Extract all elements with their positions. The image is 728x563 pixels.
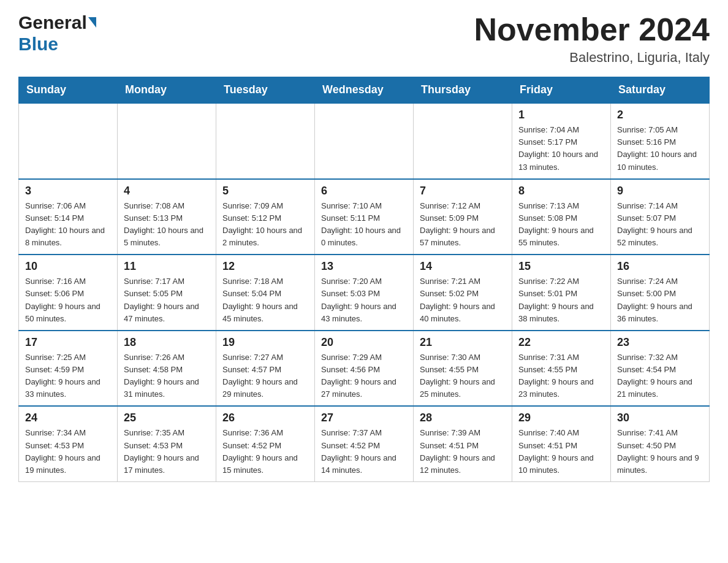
calendar-cell: 27Sunrise: 7:37 AMSunset: 4:52 PMDayligh… xyxy=(315,406,414,481)
calendar-cell: 30Sunrise: 7:41 AMSunset: 4:50 PMDayligh… xyxy=(611,406,710,481)
calendar-cell: 3Sunrise: 7:06 AMSunset: 5:14 PMDaylight… xyxy=(19,179,118,255)
logo-blue: Blue xyxy=(18,34,58,54)
day-number: 21 xyxy=(420,336,506,349)
day-info: Sunrise: 7:24 AMSunset: 5:00 PMDaylight:… xyxy=(617,275,703,325)
day-info: Sunrise: 7:31 AMSunset: 4:55 PMDaylight:… xyxy=(518,351,604,401)
calendar-cell: 15Sunrise: 7:22 AMSunset: 5:01 PMDayligh… xyxy=(512,255,611,331)
calendar-cell: 21Sunrise: 7:30 AMSunset: 4:55 PMDayligh… xyxy=(414,331,512,407)
calendar-cell xyxy=(414,103,512,179)
calendar-cell: 7Sunrise: 7:12 AMSunset: 5:09 PMDaylight… xyxy=(414,179,512,255)
day-info: Sunrise: 7:21 AMSunset: 5:02 PMDaylight:… xyxy=(420,275,506,325)
calendar-cell: 2Sunrise: 7:05 AMSunset: 5:16 PMDaylight… xyxy=(611,103,710,179)
day-info: Sunrise: 7:30 AMSunset: 4:55 PMDaylight:… xyxy=(420,351,506,401)
day-number: 20 xyxy=(321,336,407,349)
calendar-cell: 18Sunrise: 7:26 AMSunset: 4:58 PMDayligh… xyxy=(118,331,216,407)
day-info: Sunrise: 7:40 AMSunset: 4:51 PMDaylight:… xyxy=(518,427,604,477)
day-number: 27 xyxy=(321,412,407,424)
day-info: Sunrise: 7:16 AMSunset: 5:06 PMDaylight:… xyxy=(25,275,111,325)
day-number: 30 xyxy=(617,412,703,424)
day-info: Sunrise: 7:14 AMSunset: 5:07 PMDaylight:… xyxy=(617,200,703,250)
day-info: Sunrise: 7:25 AMSunset: 4:59 PMDaylight:… xyxy=(25,351,111,401)
calendar-cell: 26Sunrise: 7:36 AMSunset: 4:52 PMDayligh… xyxy=(216,406,315,481)
day-number: 2 xyxy=(617,109,703,121)
day-number: 4 xyxy=(124,185,210,197)
day-info: Sunrise: 7:09 AMSunset: 5:12 PMDaylight:… xyxy=(222,200,308,250)
month-title: November 2024 xyxy=(474,12,710,47)
day-number: 28 xyxy=(420,412,506,424)
col-header-tuesday: Tuesday xyxy=(216,77,315,104)
day-info: Sunrise: 7:12 AMSunset: 5:09 PMDaylight:… xyxy=(420,200,506,250)
col-header-friday: Friday xyxy=(512,77,611,104)
calendar-cell: 23Sunrise: 7:32 AMSunset: 4:54 PMDayligh… xyxy=(611,331,710,407)
day-info: Sunrise: 7:04 AMSunset: 5:17 PMDaylight:… xyxy=(518,124,604,174)
day-info: Sunrise: 7:32 AMSunset: 4:54 PMDaylight:… xyxy=(617,351,703,401)
col-header-wednesday: Wednesday xyxy=(315,77,414,104)
calendar-cell: 13Sunrise: 7:20 AMSunset: 5:03 PMDayligh… xyxy=(315,255,414,331)
week-row-1: 1Sunrise: 7:04 AMSunset: 5:17 PMDaylight… xyxy=(19,103,710,179)
calendar-cell xyxy=(315,103,414,179)
day-info: Sunrise: 7:06 AMSunset: 5:14 PMDaylight:… xyxy=(25,200,111,250)
calendar-cell xyxy=(216,103,315,179)
col-header-thursday: Thursday xyxy=(414,77,512,104)
calendar-cell: 14Sunrise: 7:21 AMSunset: 5:02 PMDayligh… xyxy=(414,255,512,331)
calendar-cell: 24Sunrise: 7:34 AMSunset: 4:53 PMDayligh… xyxy=(19,406,118,481)
day-number: 8 xyxy=(518,185,604,197)
day-number: 6 xyxy=(321,185,407,197)
day-number: 3 xyxy=(25,185,111,197)
day-number: 16 xyxy=(617,260,703,273)
logo-general: General xyxy=(18,12,96,33)
day-number: 14 xyxy=(420,260,506,273)
day-info: Sunrise: 7:36 AMSunset: 4:52 PMDaylight:… xyxy=(222,427,308,477)
day-info: Sunrise: 7:29 AMSunset: 4:56 PMDaylight:… xyxy=(321,351,407,401)
day-info: Sunrise: 7:37 AMSunset: 4:52 PMDaylight:… xyxy=(321,427,407,477)
calendar-cell xyxy=(19,103,118,179)
logo-triangle-icon xyxy=(88,17,96,28)
day-number: 9 xyxy=(617,185,703,197)
calendar-cell: 20Sunrise: 7:29 AMSunset: 4:56 PMDayligh… xyxy=(315,331,414,407)
calendar-cell: 4Sunrise: 7:08 AMSunset: 5:13 PMDaylight… xyxy=(118,179,216,255)
day-number: 10 xyxy=(25,260,111,273)
day-number: 12 xyxy=(222,260,308,273)
day-number: 15 xyxy=(518,260,604,273)
calendar-cell: 6Sunrise: 7:10 AMSunset: 5:11 PMDaylight… xyxy=(315,179,414,255)
calendar-cell: 11Sunrise: 7:17 AMSunset: 5:05 PMDayligh… xyxy=(118,255,216,331)
day-info: Sunrise: 7:20 AMSunset: 5:03 PMDaylight:… xyxy=(321,275,407,325)
day-number: 11 xyxy=(124,260,210,273)
day-info: Sunrise: 7:39 AMSunset: 4:51 PMDaylight:… xyxy=(420,427,506,477)
calendar-header-row: SundayMondayTuesdayWednesdayThursdayFrid… xyxy=(19,77,710,104)
day-info: Sunrise: 7:05 AMSunset: 5:16 PMDaylight:… xyxy=(617,124,703,174)
week-row-3: 10Sunrise: 7:16 AMSunset: 5:06 PMDayligh… xyxy=(19,255,710,331)
col-header-monday: Monday xyxy=(118,77,216,104)
calendar-cell: 29Sunrise: 7:40 AMSunset: 4:51 PMDayligh… xyxy=(512,406,611,481)
day-number: 23 xyxy=(617,336,703,349)
day-info: Sunrise: 7:26 AMSunset: 4:58 PMDaylight:… xyxy=(124,351,210,401)
calendar-cell: 1Sunrise: 7:04 AMSunset: 5:17 PMDaylight… xyxy=(512,103,611,179)
week-row-2: 3Sunrise: 7:06 AMSunset: 5:14 PMDaylight… xyxy=(19,179,710,255)
calendar-cell xyxy=(118,103,216,179)
day-info: Sunrise: 7:35 AMSunset: 4:53 PMDaylight:… xyxy=(124,427,210,477)
calendar-cell: 19Sunrise: 7:27 AMSunset: 4:57 PMDayligh… xyxy=(216,331,315,407)
day-info: Sunrise: 7:08 AMSunset: 5:13 PMDaylight:… xyxy=(124,200,210,250)
day-info: Sunrise: 7:41 AMSunset: 4:50 PMDaylight:… xyxy=(617,427,703,477)
day-number: 29 xyxy=(518,412,604,424)
calendar-cell: 28Sunrise: 7:39 AMSunset: 4:51 PMDayligh… xyxy=(414,406,512,481)
calendar-cell: 8Sunrise: 7:13 AMSunset: 5:08 PMDaylight… xyxy=(512,179,611,255)
col-header-saturday: Saturday xyxy=(611,77,710,104)
day-number: 17 xyxy=(25,336,111,349)
calendar-cell: 17Sunrise: 7:25 AMSunset: 4:59 PMDayligh… xyxy=(19,331,118,407)
day-info: Sunrise: 7:22 AMSunset: 5:01 PMDaylight:… xyxy=(518,275,604,325)
col-header-sunday: Sunday xyxy=(19,77,118,104)
day-info: Sunrise: 7:27 AMSunset: 4:57 PMDaylight:… xyxy=(222,351,308,401)
title-block: November 2024 Balestrino, Liguria, Italy xyxy=(474,12,710,66)
week-row-4: 17Sunrise: 7:25 AMSunset: 4:59 PMDayligh… xyxy=(19,331,710,407)
day-info: Sunrise: 7:17 AMSunset: 5:05 PMDaylight:… xyxy=(124,275,210,325)
day-info: Sunrise: 7:13 AMSunset: 5:08 PMDaylight:… xyxy=(518,200,604,250)
week-row-5: 24Sunrise: 7:34 AMSunset: 4:53 PMDayligh… xyxy=(19,406,710,481)
calendar-cell: 22Sunrise: 7:31 AMSunset: 4:55 PMDayligh… xyxy=(512,331,611,407)
day-number: 24 xyxy=(25,412,111,424)
logo: General Blue xyxy=(18,12,96,54)
calendar-cell: 10Sunrise: 7:16 AMSunset: 5:06 PMDayligh… xyxy=(19,255,118,331)
calendar-cell: 16Sunrise: 7:24 AMSunset: 5:00 PMDayligh… xyxy=(611,255,710,331)
day-info: Sunrise: 7:10 AMSunset: 5:11 PMDaylight:… xyxy=(321,200,407,250)
day-number: 1 xyxy=(518,109,604,121)
